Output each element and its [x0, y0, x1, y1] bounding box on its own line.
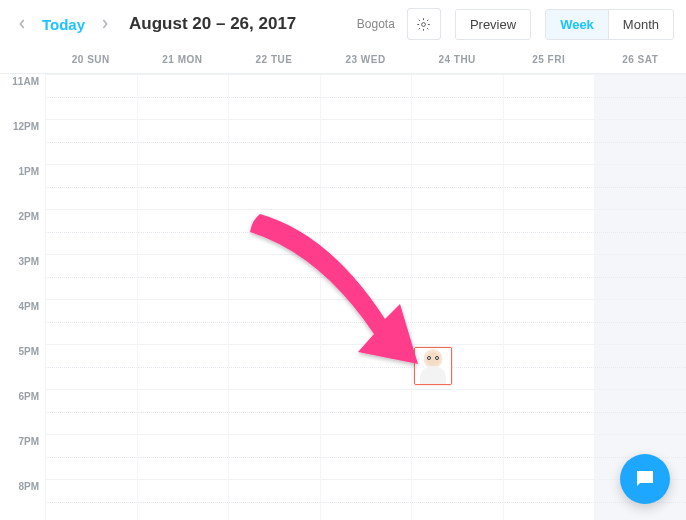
hour-cell[interactable] [138, 299, 229, 344]
day-header-cell: 23 WED [320, 54, 412, 65]
hour-cell[interactable] [138, 164, 229, 209]
hour-cell[interactable] [412, 254, 503, 299]
preview-button[interactable]: Preview [456, 10, 530, 39]
hour-cell[interactable] [46, 209, 137, 254]
hour-cell[interactable] [412, 209, 503, 254]
time-label: 2PM [0, 209, 45, 254]
hour-cell[interactable] [412, 164, 503, 209]
hour-cell[interactable] [46, 344, 137, 389]
chat-launcher-button[interactable] [620, 454, 670, 504]
hour-cell[interactable] [321, 389, 412, 434]
hour-cell[interactable] [504, 254, 595, 299]
hour-cell[interactable] [412, 479, 503, 520]
hour-cell[interactable] [321, 74, 412, 119]
hour-cell[interactable] [46, 389, 137, 434]
timezone-label[interactable]: Bogota [357, 17, 395, 31]
hour-cell[interactable] [412, 119, 503, 164]
hour-cell[interactable] [229, 389, 320, 434]
calendar-grid[interactable]: 11AM12PM1PM2PM3PM4PM5PM6PM7PM8PM [0, 74, 686, 520]
hour-cell[interactable] [138, 479, 229, 520]
day-header-cell: 26 SAT [594, 54, 686, 65]
hour-cell[interactable] [138, 254, 229, 299]
hour-cell[interactable] [46, 74, 137, 119]
hour-cell[interactable] [595, 164, 686, 209]
hour-cell[interactable] [321, 479, 412, 520]
view-month-button[interactable]: Month [608, 10, 673, 39]
date-range-title: August 20 – 26, 2017 [129, 14, 296, 34]
hour-cell[interactable] [46, 479, 137, 520]
hour-cell[interactable] [504, 164, 595, 209]
hour-cell[interactable] [321, 434, 412, 479]
hour-cell[interactable] [595, 209, 686, 254]
day-column[interactable] [320, 74, 412, 520]
day-column[interactable] [228, 74, 320, 520]
hour-cell[interactable] [595, 299, 686, 344]
hour-cell[interactable] [229, 119, 320, 164]
hour-cell[interactable] [229, 209, 320, 254]
hour-cell[interactable] [321, 209, 412, 254]
hour-cell[interactable] [46, 434, 137, 479]
hour-cell[interactable] [321, 164, 412, 209]
day-header-cell: 21 MON [137, 54, 229, 65]
hour-cell[interactable] [412, 389, 503, 434]
hour-cell[interactable] [46, 254, 137, 299]
next-week-button[interactable] [95, 12, 115, 36]
hour-cell[interactable] [138, 74, 229, 119]
hour-cell[interactable] [595, 344, 686, 389]
hour-cell[interactable] [229, 434, 320, 479]
hour-cell[interactable] [504, 344, 595, 389]
hour-cell[interactable] [46, 119, 137, 164]
hour-cell[interactable] [504, 434, 595, 479]
hour-cell[interactable] [46, 164, 137, 209]
hour-cell[interactable] [321, 254, 412, 299]
day-header-cell: 22 TUE [228, 54, 320, 65]
settings-button[interactable] [407, 8, 441, 40]
hour-cell[interactable] [321, 344, 412, 389]
hour-cell[interactable] [138, 434, 229, 479]
time-label: 11AM [0, 74, 45, 119]
view-week-button[interactable]: Week [546, 10, 608, 39]
hour-cell[interactable] [412, 74, 503, 119]
hour-cell[interactable] [504, 389, 595, 434]
day-column[interactable] [137, 74, 229, 520]
time-label: 3PM [0, 254, 45, 299]
hour-cell[interactable] [504, 479, 595, 520]
hour-cell[interactable] [504, 299, 595, 344]
hour-cell[interactable] [595, 389, 686, 434]
hour-cell[interactable] [46, 299, 137, 344]
day-header-cell: 20 SUN [45, 54, 137, 65]
prev-week-button[interactable] [12, 12, 32, 36]
hour-cell[interactable] [138, 344, 229, 389]
gear-icon [416, 17, 431, 32]
hour-cell[interactable] [138, 119, 229, 164]
calendar-toolbar: Today August 20 – 26, 2017 Bogota Previe… [0, 0, 686, 46]
calendar-event[interactable] [414, 347, 452, 385]
day-column[interactable] [503, 74, 595, 520]
hour-cell[interactable] [412, 434, 503, 479]
hour-cell[interactable] [504, 74, 595, 119]
hour-cell[interactable] [412, 299, 503, 344]
hour-cell[interactable] [504, 119, 595, 164]
time-label: 8PM [0, 479, 45, 520]
hour-cell[interactable] [229, 344, 320, 389]
hour-cell[interactable] [229, 254, 320, 299]
hour-cell[interactable] [229, 74, 320, 119]
day-column[interactable] [594, 74, 686, 520]
hour-cell[interactable] [595, 119, 686, 164]
hour-cell[interactable] [321, 119, 412, 164]
hour-cell[interactable] [229, 164, 320, 209]
hour-cell[interactable] [138, 209, 229, 254]
hour-cell[interactable] [138, 389, 229, 434]
hour-cell[interactable] [595, 74, 686, 119]
time-label: 1PM [0, 164, 45, 209]
today-button[interactable]: Today [38, 16, 89, 33]
day-column[interactable] [411, 74, 503, 520]
day-header-cell: 25 FRI [503, 54, 595, 65]
hour-cell[interactable] [229, 299, 320, 344]
time-label: 7PM [0, 434, 45, 479]
hour-cell[interactable] [229, 479, 320, 520]
day-column[interactable] [45, 74, 137, 520]
hour-cell[interactable] [504, 209, 595, 254]
hour-cell[interactable] [321, 299, 412, 344]
hour-cell[interactable] [595, 254, 686, 299]
